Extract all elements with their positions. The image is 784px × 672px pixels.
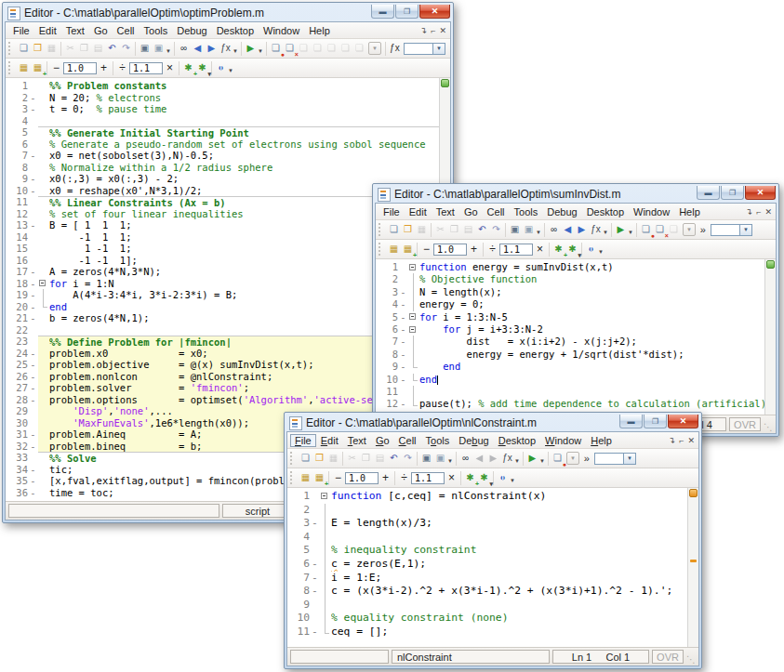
cut-icon[interactable]: ✂: [345, 452, 359, 466]
function-stack-combobox-field[interactable]: [711, 224, 740, 236]
menu-item-go[interactable]: Go: [371, 434, 394, 447]
menu-item-file[interactable]: File: [379, 205, 405, 218]
new-script-icon[interactable]: ❏: [17, 42, 31, 56]
menu-item-tools[interactable]: Tools: [510, 205, 543, 218]
evaluate-cell-and-advance-icon[interactable]: ✱▾: [565, 243, 579, 257]
function-help-icon[interactable]: ƒx: [219, 42, 233, 56]
close-document-icon[interactable]: ✕: [764, 207, 772, 217]
editor-dock-icon[interactable]: ↴: [746, 207, 753, 217]
menu-item-edit[interactable]: Edit: [405, 205, 432, 218]
evaluate-cell-icon[interactable]: ✱+: [463, 471, 477, 485]
open-file-icon[interactable]: ❐: [31, 42, 45, 56]
find-icon[interactable]: ∞: [547, 223, 561, 237]
print-preview-icon-dropdown-arrow-icon[interactable]: ▼: [447, 458, 453, 464]
mlint-warning-tick[interactable]: [690, 560, 697, 562]
paste-icon[interactable]: ▤: [91, 42, 105, 56]
add-subtract-step-field[interactable]: 1.0: [433, 244, 467, 256]
menu-item-text[interactable]: Text: [432, 205, 459, 218]
add-subtract-step-field[interactable]: 1.0: [345, 472, 379, 484]
print-preview-icon[interactable]: ▣: [522, 223, 536, 237]
restore-button[interactable]: ❐: [395, 5, 419, 19]
function-stack-combobox-arrow-icon[interactable]: ▼: [740, 224, 752, 236]
paste-icon[interactable]: ▤: [461, 223, 475, 237]
menu-item-file[interactable]: File: [8, 24, 34, 37]
set-breakpoint-icon[interactable]: ❏●: [639, 223, 653, 237]
set-breakpoint-icon[interactable]: ❏●: [551, 452, 565, 466]
editor-undock-icon[interactable]: ⌐: [756, 207, 761, 217]
multiply-value-button[interactable]: ×: [533, 243, 547, 257]
menu-item-text[interactable]: Text: [61, 24, 89, 37]
menu-item-text[interactable]: Text: [343, 434, 371, 447]
menu-item-edit[interactable]: Edit: [34, 24, 61, 37]
minimize-button[interactable]: ▬: [619, 415, 643, 428]
new-script-icon[interactable]: ❏: [299, 452, 312, 466]
print-preview-icon[interactable]: ▣: [433, 452, 447, 466]
code-fold-icon[interactable]: [320, 490, 331, 504]
function-stack-combobox-field[interactable]: [594, 453, 624, 465]
undo-icon[interactable]: ↶: [387, 452, 401, 466]
mlint-indicator-ok-icon[interactable]: [441, 79, 449, 87]
menu-item-window[interactable]: Window: [540, 434, 586, 447]
minimize-button[interactable]: ▬: [371, 5, 394, 19]
divide-value-button[interactable]: ÷: [115, 61, 129, 75]
menu-item-debug[interactable]: Debug: [542, 205, 581, 218]
print-preview-icon-dropdown-arrow-icon[interactable]: ▼: [536, 230, 541, 235]
close-button[interactable]: ✕: [745, 186, 776, 200]
paste-icon[interactable]: ▤: [373, 452, 387, 466]
step-icon[interactable]: ❏: [297, 42, 311, 56]
find-icon[interactable]: ∞: [177, 42, 191, 56]
redo-icon[interactable]: ↷: [401, 452, 415, 466]
undo-icon[interactable]: ↶: [475, 223, 489, 237]
menu-item-help[interactable]: Help: [586, 434, 617, 447]
open-file-icon[interactable]: ❐: [312, 452, 326, 466]
redo-icon[interactable]: ↷: [119, 42, 133, 56]
resize-grip[interactable]: ⋱: [686, 654, 696, 665]
editor-undock-icon[interactable]: ⌐: [431, 26, 435, 35]
decrease-value-button[interactable]: −: [419, 243, 433, 257]
evaluate-cell-and-advance-icon[interactable]: ✱▾: [195, 61, 209, 75]
cut-icon[interactable]: ✂: [63, 42, 77, 56]
menu-item-debug[interactable]: Debug: [454, 434, 493, 447]
print-preview-icon[interactable]: ▣: [152, 42, 166, 56]
function-stack-combobox-arrow-icon[interactable]: ▼: [624, 453, 636, 465]
multiply-value-button[interactable]: ×: [445, 471, 458, 485]
divide-value-button[interactable]: ÷: [485, 243, 499, 257]
multiply-value-button[interactable]: ×: [163, 61, 177, 75]
copy-icon[interactable]: ❐: [77, 42, 91, 56]
decrease-value-button[interactable]: −: [49, 61, 63, 75]
find-icon[interactable]: ∞: [458, 452, 472, 466]
multiply-divide-step-field[interactable]: 1.1: [499, 244, 533, 256]
copy-icon[interactable]: ❐: [447, 223, 461, 237]
menu-item-window[interactable]: Window: [629, 205, 674, 218]
menu-item-help[interactable]: Help: [674, 205, 705, 218]
title-bar[interactable]: Editor - C:\matlab\parallelOptim\optimPr…: [5, 5, 451, 21]
run-to-cursor-icon[interactable]: ❏: [339, 42, 352, 56]
menu-item-go[interactable]: Go: [89, 24, 113, 37]
editor-dock-icon[interactable]: ↴: [669, 436, 676, 445]
function-help-icon-dropdown-arrow-icon[interactable]: ▼: [233, 48, 238, 54]
menu-item-desktop[interactable]: Desktop: [582, 205, 629, 218]
menu-item-desktop[interactable]: Desktop: [494, 434, 540, 447]
debug-dropdown[interactable]: ▼: [566, 452, 579, 465]
help-info-icon[interactable]: ●i: [214, 61, 228, 75]
insert-cell-divider-icon[interactable]: ▦: [387, 243, 401, 257]
function-stack-combobox[interactable]: ▼: [594, 453, 636, 465]
run-icon-dropdown-arrow-icon[interactable]: ▼: [628, 230, 633, 235]
decrease-value-button[interactable]: −: [331, 471, 345, 485]
function-stack-combobox[interactable]: ▼: [711, 224, 752, 236]
code-editor[interactable]: 1function [c,ceq] = nlConstraint(x)23-E …: [287, 488, 687, 647]
menu-item-cell[interactable]: Cell: [483, 205, 510, 218]
close-button[interactable]: ✕: [668, 415, 698, 428]
insert-cell-divider-around-icon[interactable]: ▦+: [401, 243, 415, 257]
exit-debug-icon[interactable]: ❏: [352, 42, 366, 56]
increase-value-button[interactable]: +: [379, 471, 392, 485]
insert-function-icon[interactable]: ƒx: [388, 42, 402, 56]
menu-item-help[interactable]: Help: [304, 24, 335, 37]
menu-item-cell[interactable]: Cell: [394, 434, 421, 447]
undo-icon[interactable]: ↶: [105, 42, 119, 56]
toolbar-overflow-chevron[interactable]: »: [584, 453, 590, 464]
restore-button[interactable]: ❐: [721, 186, 744, 200]
step-out-icon[interactable]: ❏: [325, 42, 339, 56]
menu-item-window[interactable]: Window: [259, 24, 304, 37]
help-info-icon[interactable]: ●i: [584, 243, 598, 257]
